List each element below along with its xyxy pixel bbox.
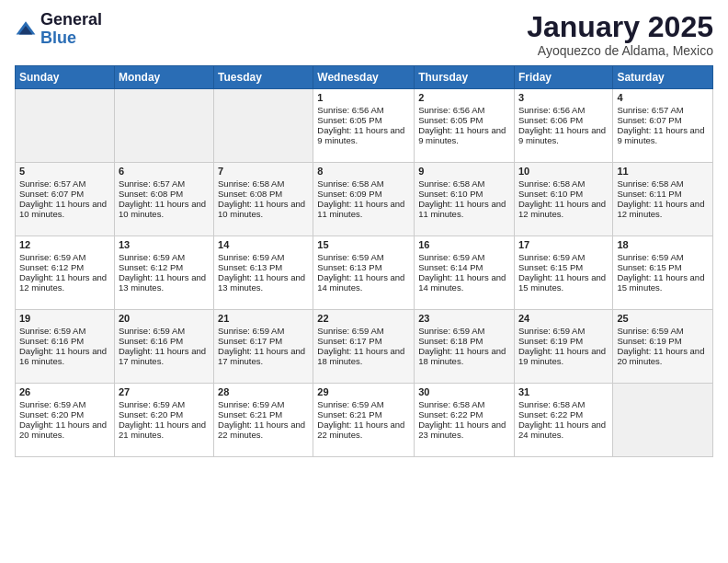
day-number: 2 — [418, 92, 510, 103]
sunset-text: Sunset: 6:14 PM — [418, 262, 510, 272]
day-number: 12 — [19, 239, 110, 250]
daylight-text: Daylight: 11 hours and 14 minutes. — [418, 272, 510, 293]
logo: General Blue — [15, 11, 102, 48]
calendar-cell: 20Sunrise: 6:59 AMSunset: 6:16 PMDayligh… — [114, 310, 213, 384]
logo-icon — [15, 18, 37, 40]
calendar-cell — [214, 89, 313, 163]
sunset-text: Sunset: 6:09 PM — [317, 189, 410, 199]
sunset-text: Sunset: 6:16 PM — [19, 336, 110, 346]
day-number: 31 — [518, 386, 609, 397]
calendar-cell: 3Sunrise: 6:56 AMSunset: 6:06 PMDaylight… — [514, 89, 612, 163]
calendar-cell: 5Sunrise: 6:57 AMSunset: 6:07 PMDaylight… — [16, 163, 115, 236]
calendar-cell: 1Sunrise: 6:56 AMSunset: 6:05 PMDaylight… — [313, 89, 415, 163]
calendar-cell: 22Sunrise: 6:59 AMSunset: 6:17 PMDayligh… — [313, 310, 415, 384]
day-number: 30 — [418, 386, 510, 397]
sunset-text: Sunset: 6:16 PM — [119, 336, 210, 346]
daylight-text: Daylight: 11 hours and 15 minutes. — [617, 272, 709, 293]
sunrise-text: Sunrise: 6:59 AM — [617, 252, 709, 262]
daylight-text: Daylight: 11 hours and 9 minutes. — [617, 125, 709, 145]
daylight-text: Daylight: 11 hours and 9 minutes. — [518, 125, 609, 145]
day-number: 21 — [218, 313, 309, 324]
daylight-text: Daylight: 11 hours and 20 minutes. — [19, 419, 110, 440]
sunset-text: Sunset: 6:10 PM — [518, 189, 609, 199]
calendar-cell: 8Sunrise: 6:58 AMSunset: 6:09 PMDaylight… — [313, 163, 415, 236]
sunset-text: Sunset: 6:21 PM — [218, 409, 309, 419]
calendar-cell: 26Sunrise: 6:59 AMSunset: 6:20 PMDayligh… — [16, 384, 115, 457]
sunset-text: Sunset: 6:13 PM — [317, 262, 410, 272]
month-title: January 2025 — [527, 11, 713, 43]
day-number: 23 — [418, 313, 510, 324]
day-number: 3 — [518, 92, 609, 103]
day-number: 22 — [317, 313, 410, 324]
sunrise-text: Sunrise: 6:57 AM — [119, 178, 210, 189]
daylight-text: Daylight: 11 hours and 19 minutes. — [518, 346, 609, 366]
sunrise-text: Sunrise: 6:59 AM — [218, 252, 309, 262]
daylight-text: Daylight: 11 hours and 15 minutes. — [518, 272, 609, 293]
sunrise-text: Sunrise: 6:58 AM — [317, 178, 410, 189]
day-number: 14 — [218, 239, 309, 250]
sunrise-text: Sunrise: 6:58 AM — [418, 178, 510, 189]
col-monday: Monday — [114, 66, 213, 89]
daylight-text: Daylight: 11 hours and 18 minutes. — [418, 346, 510, 366]
daylight-text: Daylight: 11 hours and 14 minutes. — [317, 272, 410, 293]
sunset-text: Sunset: 6:07 PM — [617, 115, 709, 125]
day-number: 28 — [218, 386, 309, 397]
page: General Blue January 2025 Ayoquezco de A… — [0, 0, 728, 563]
sunset-text: Sunset: 6:21 PM — [317, 409, 410, 419]
logo-text: General Blue — [40, 11, 102, 48]
day-number: 15 — [317, 239, 410, 250]
calendar-cell: 15Sunrise: 6:59 AMSunset: 6:13 PMDayligh… — [313, 236, 415, 310]
calendar-cell: 13Sunrise: 6:59 AMSunset: 6:12 PMDayligh… — [114, 236, 213, 310]
calendar-cell: 12Sunrise: 6:59 AMSunset: 6:12 PMDayligh… — [16, 236, 115, 310]
sunrise-text: Sunrise: 6:56 AM — [518, 105, 609, 115]
sunrise-text: Sunrise: 6:58 AM — [518, 178, 609, 189]
calendar-week-5: 26Sunrise: 6:59 AMSunset: 6:20 PMDayligh… — [16, 384, 713, 457]
col-sunday: Sunday — [16, 66, 115, 89]
sunrise-text: Sunrise: 6:59 AM — [119, 326, 210, 336]
daylight-text: Daylight: 11 hours and 11 minutes. — [317, 199, 410, 219]
sunset-text: Sunset: 6:17 PM — [317, 336, 410, 346]
logo-blue-text: Blue — [40, 29, 102, 48]
location: Ayoquezco de Aldama, Mexico — [527, 43, 713, 58]
daylight-text: Daylight: 11 hours and 9 minutes. — [317, 125, 410, 145]
daylight-text: Daylight: 11 hours and 17 minutes. — [218, 346, 309, 366]
calendar-cell: 9Sunrise: 6:58 AMSunset: 6:10 PMDaylight… — [415, 163, 515, 236]
day-number: 18 — [617, 239, 709, 250]
calendar-cell — [613, 384, 713, 457]
daylight-text: Daylight: 11 hours and 12 minutes. — [518, 199, 609, 219]
calendar-week-1: 1Sunrise: 6:56 AMSunset: 6:05 PMDaylight… — [16, 89, 713, 163]
calendar-cell: 18Sunrise: 6:59 AMSunset: 6:15 PMDayligh… — [613, 236, 713, 310]
title-area: January 2025 Ayoquezco de Aldama, Mexico — [527, 11, 713, 58]
sunset-text: Sunset: 6:12 PM — [119, 262, 210, 272]
calendar-body: 1Sunrise: 6:56 AMSunset: 6:05 PMDaylight… — [16, 89, 713, 457]
day-number: 6 — [119, 166, 210, 177]
sunset-text: Sunset: 6:08 PM — [218, 189, 309, 199]
sunset-text: Sunset: 6:07 PM — [19, 189, 110, 199]
sunset-text: Sunset: 6:22 PM — [418, 409, 510, 419]
calendar-week-2: 5Sunrise: 6:57 AMSunset: 6:07 PMDaylight… — [16, 163, 713, 236]
sunrise-text: Sunrise: 6:59 AM — [518, 252, 609, 262]
col-friday: Friday — [514, 66, 612, 89]
sunset-text: Sunset: 6:17 PM — [218, 336, 309, 346]
calendar-cell: 10Sunrise: 6:58 AMSunset: 6:10 PMDayligh… — [514, 163, 612, 236]
calendar-cell: 14Sunrise: 6:59 AMSunset: 6:13 PMDayligh… — [214, 236, 313, 310]
calendar-week-4: 19Sunrise: 6:59 AMSunset: 6:16 PMDayligh… — [16, 310, 713, 384]
col-saturday: Saturday — [613, 66, 713, 89]
day-number: 17 — [518, 239, 609, 250]
sunrise-text: Sunrise: 6:59 AM — [119, 252, 210, 262]
calendar-cell: 25Sunrise: 6:59 AMSunset: 6:19 PMDayligh… — [613, 310, 713, 384]
sunset-text: Sunset: 6:15 PM — [518, 262, 609, 272]
sunrise-text: Sunrise: 6:56 AM — [418, 105, 510, 115]
sunset-text: Sunset: 6:05 PM — [317, 115, 410, 125]
calendar-week-3: 12Sunrise: 6:59 AMSunset: 6:12 PMDayligh… — [16, 236, 713, 310]
calendar-cell: 27Sunrise: 6:59 AMSunset: 6:20 PMDayligh… — [114, 384, 213, 457]
sunrise-text: Sunrise: 6:59 AM — [418, 252, 510, 262]
calendar-cell: 19Sunrise: 6:59 AMSunset: 6:16 PMDayligh… — [16, 310, 115, 384]
daylight-text: Daylight: 11 hours and 23 minutes. — [418, 419, 510, 440]
sunrise-text: Sunrise: 6:59 AM — [19, 252, 110, 262]
sunrise-text: Sunrise: 6:56 AM — [317, 105, 410, 115]
sunrise-text: Sunrise: 6:59 AM — [317, 326, 410, 336]
calendar-cell: 29Sunrise: 6:59 AMSunset: 6:21 PMDayligh… — [313, 384, 415, 457]
header: General Blue January 2025 Ayoquezco de A… — [15, 11, 713, 58]
col-tuesday: Tuesday — [214, 66, 313, 89]
